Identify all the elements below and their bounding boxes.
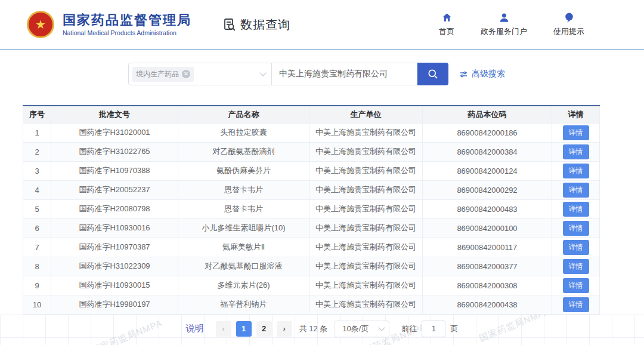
col-header-product-name: 产品名称 [178,106,309,123]
table-cell: 国药准字H10930015 [51,276,178,295]
table-cell: 国药准字H10930016 [51,218,178,238]
table-row: 7国药准字H10970387氨麻美敏片Ⅱ中美上海施贵宝制药有限公司8690084… [23,238,600,257]
table-cell: 9 [23,276,51,295]
nav-item-services-portal[interactable]: 政务服务门户 [481,12,527,37]
table-cell: 8 [23,257,51,276]
table-cell: 国药准字H31022765 [51,142,178,161]
table-cell: 2 [23,142,51,161]
page-size-select[interactable]: 10条/页 [335,321,389,337]
results-table: 序号 批准文号 产品名称 生产单位 药品本位码 详情 1国药准字H3102000… [23,105,600,315]
table-body: 1国药准字H31020001头孢拉定胶囊中美上海施贵宝制药有限公司8690084… [23,123,600,314]
table-cell: 86900842000377 [423,257,552,276]
detail-button[interactable]: 详情 [563,221,589,236]
col-header-detail: 详情 [552,106,600,123]
table-cell: 86900842000384 [423,142,552,161]
table-cell: 小儿多维生素咀嚼片(10) [178,218,309,238]
table-row: 9国药准字H10930015多维元素片(26)中美上海施贵宝制药有限公司8690… [23,276,600,295]
detail-button[interactable]: 详情 [563,164,589,178]
table-cell: 86900842000308 [423,276,552,295]
nav-item-usage-tips[interactable]: 使用提示 [553,12,584,37]
table-cell: 中美上海施贵宝制药有限公司 [309,123,423,142]
search-button[interactable] [417,63,448,85]
chevron-down-icon [259,69,266,76]
next-page-button[interactable]: › [277,321,292,337]
table-cell-detail: 详情 [552,199,600,218]
advanced-search-label: 高级搜索 [472,69,505,79]
table-cell: 6 [23,218,51,238]
footer: 国家药监局NMPA 国家药监局NMPA 国家药监局NMPA 说明 ‹ 12 › … [0,315,644,345]
detail-button[interactable]: 详情 [563,240,589,255]
table-cell: 86900842000438 [423,295,552,314]
chevron-down-icon [379,324,385,331]
table-cell: 4 [23,180,51,199]
detail-button[interactable]: 详情 [563,183,589,198]
prev-page-button[interactable]: ‹ [216,321,231,337]
table-cell: 86900842000100 [423,218,552,238]
table-cell: 86900842000124 [423,161,552,180]
table-cell-detail: 详情 [552,142,600,161]
table-cell-detail: 详情 [552,180,600,199]
tag-close-icon[interactable]: ✕ [182,70,190,78]
nav-label: 首页 [439,26,454,37]
advanced-search-link[interactable]: 高级搜索 [459,69,505,79]
table-row: 4国药准字H20052237恩替卡韦片中美上海施贵宝制药有限公司86900842… [23,180,600,199]
table-cell: 中美上海施贵宝制药有限公司 [309,142,423,161]
table-cell: 国药准字H10970387 [51,238,178,257]
table-cell: 1 [23,123,51,142]
note-link[interactable]: 说明 [186,323,204,334]
table-cell: 国药准字H19980197 [51,295,178,314]
detail-button[interactable]: 详情 [563,144,589,159]
table-cell: 恩替卡韦片 [178,199,309,218]
table-cell: 国药准字H31020001 [51,123,178,142]
site-subtitle: National Medical Products Administration [63,29,191,36]
page-size-value: 10条/页 [342,324,369,334]
search-bar: 境内生产药品 ✕ 高级搜索 [128,63,644,85]
site-title-block: 国家药品监督管理局 National Medical Products Admi… [63,13,191,36]
keyword-input[interactable] [272,63,417,85]
table-cell: 7 [23,238,51,257]
detail-button[interactable]: 详情 [563,202,589,217]
table-cell: 中美上海施贵宝制药有限公司 [309,295,423,314]
filter-sliders-icon [459,70,468,79]
table-cell: 中美上海施贵宝制药有限公司 [309,276,423,295]
detail-button[interactable]: 详情 [563,297,589,312]
category-select[interactable]: 境内生产药品 ✕ [128,63,272,85]
table-cell: 国药准字H20080798 [51,199,178,218]
header-nav: 首页 政务服务门户 使用提示 [439,12,584,37]
goto-page-input[interactable] [422,321,445,337]
table-cell: 86900842000117 [423,238,552,257]
hint-bubble-icon [564,12,575,23]
table-row: 10国药准字H19980197福辛普利钠片中美上海施贵宝制药有限公司869008… [23,295,600,314]
app-title: 数据查询 [240,17,290,33]
table-cell: 对乙酰氨基酚滴剂 [178,142,309,161]
table-cell-detail: 详情 [552,161,600,180]
table-cell: 86900842000292 [423,180,552,199]
table-cell: 中美上海施贵宝制药有限公司 [309,218,423,238]
nav-item-home[interactable]: 首页 [439,12,454,37]
table-cell: 5 [23,199,51,218]
app-title-block: 数据查询 [222,17,290,33]
table-cell-detail: 详情 [552,238,600,257]
goto-suffix: 页 [450,324,458,334]
header: ★ 国家药品监督管理局 National Medical Products Ad… [0,0,644,50]
site-title: 国家药品监督管理局 [63,13,191,28]
table-row: 5国药准字H20080798恩替卡韦片中美上海施贵宝制药有限公司86900842… [23,199,600,218]
detail-button[interactable]: 详情 [563,259,589,274]
table-header-row: 序号 批准文号 产品名称 生产单位 药品本位码 详情 [23,106,600,123]
page: ★ 国家药品监督管理局 National Medical Products Ad… [0,0,644,345]
table-cell: 对乙酰氨基酚口服溶液 [178,257,309,276]
table-cell: 86900842000483 [423,199,552,218]
table-row: 8国药准字H31022309对乙酰氨基酚口服溶液中美上海施贵宝制药有限公司869… [23,257,600,276]
detail-button[interactable]: 详情 [563,125,589,140]
page-button-2[interactable]: 2 [256,321,272,337]
table-cell-detail: 详情 [552,276,600,295]
table-cell: 中美上海施贵宝制药有限公司 [309,199,423,218]
detail-button[interactable]: 详情 [563,278,589,293]
page-button-1[interactable]: 1 [236,321,252,337]
table-cell-detail: 详情 [552,218,600,238]
table-cell: 10 [23,295,51,314]
home-icon [441,12,453,23]
national-emblem-logo: ★ [27,11,54,38]
table-cell: 氨酚伪麻美芬片 [178,161,309,180]
table-cell: 福辛普利钠片 [178,295,309,314]
